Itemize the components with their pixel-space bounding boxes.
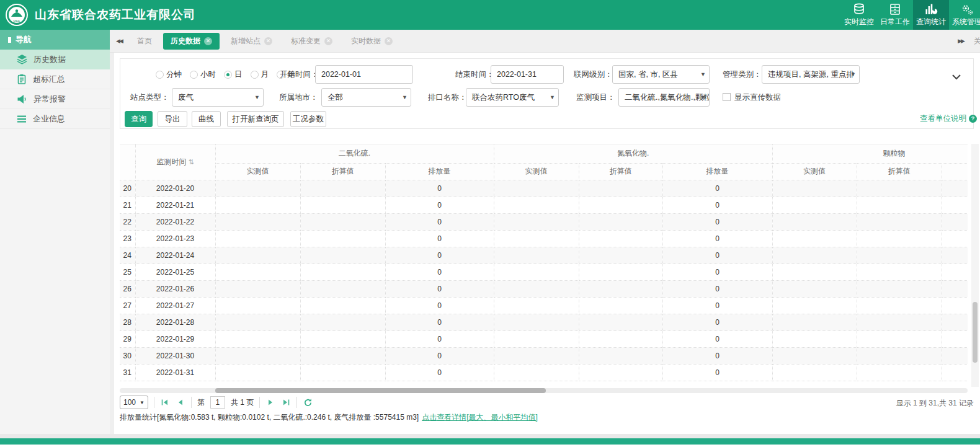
value-cell (494, 247, 579, 263)
value-cell: 0 (385, 180, 494, 197)
station-type-select[interactable]: 废气▼ (172, 88, 264, 107)
monitor-date-cell[interactable]: 2022-01-27 (135, 297, 215, 314)
divider (154, 397, 154, 408)
row-number-cell: 31 (120, 364, 135, 381)
unit-note-link[interactable]: 查看单位说明 ? (920, 113, 977, 124)
close-tabs-menu[interactable]: 关闭 (974, 36, 980, 46)
next-page-button[interactable] (265, 397, 275, 407)
collapse-filter-chevron-icon[interactable] (952, 71, 961, 82)
value-cell (857, 364, 942, 381)
city-select[interactable]: 全部▼ (321, 88, 411, 107)
tabs-scroll-right-icon[interactable]: ▶▶ (958, 38, 964, 44)
manage-category-value: 违规项目, 高架源, 重点排 (768, 70, 854, 79)
curve-button[interactable]: 曲线 (192, 111, 221, 127)
sidebar-item-exceed-summary[interactable]: 超标汇总 (0, 69, 110, 89)
close-icon[interactable]: ✕ (204, 37, 212, 45)
close-icon[interactable]: ✕ (264, 37, 272, 45)
value-cell: 0 (662, 180, 772, 197)
value-cell: 0 (662, 197, 772, 213)
monitor-date-cell[interactable]: 2022-01-22 (135, 213, 215, 230)
tab-standard-change[interactable]: 标准变更✕ (283, 33, 340, 50)
monitor-date-cell[interactable]: 2022-01-26 (135, 280, 215, 297)
nav-query-stats[interactable]: 查询统计 (913, 0, 949, 30)
open-new-query-button[interactable]: 打开新查询页 (227, 111, 284, 127)
monitor-items-select[interactable]: 二氧化硫.,氮氧化物.,颗粒▼ (618, 88, 710, 107)
nav-system-admin[interactable]: 系统管理 (949, 0, 980, 30)
tab-home[interactable]: 首页 (130, 33, 159, 50)
first-page-button[interactable] (160, 397, 170, 407)
sidebar-title: 导航 (16, 34, 32, 45)
tab-new-station[interactable]: 新增站点✕ (223, 33, 280, 50)
value-cell (772, 213, 857, 230)
period-radio-0[interactable]: 分钟 (156, 69, 182, 80)
value-cell: 0 (662, 347, 772, 364)
start-time-input[interactable] (315, 65, 413, 84)
value-cell (942, 330, 968, 347)
value-cell (857, 297, 942, 314)
monitor-date-cell[interactable]: 2022-01-23 (135, 230, 215, 247)
value-cell (772, 180, 857, 197)
value-cell (772, 197, 857, 213)
page-size-select[interactable]: 100 ▼ (120, 396, 148, 409)
period-radio-3[interactable]: 月 (251, 69, 269, 80)
period-radio-1[interactable]: 小时 (190, 69, 216, 80)
refresh-icon[interactable] (303, 397, 313, 407)
monitor-date-cell[interactable]: 2022-01-24 (135, 247, 215, 263)
horizontal-scrollbar-thumb[interactable] (215, 388, 546, 393)
sidebar: 导航 历史数据超标汇总异常报警企业信息 (0, 30, 110, 434)
monitor-date-cell[interactable]: 2022-01-31 (135, 364, 215, 381)
monitor-date-cell[interactable]: 2022-01-21 (135, 197, 215, 213)
sub-column-header: 排放量 (942, 163, 968, 180)
nav-daily-work[interactable]: 日常工作 (877, 0, 913, 30)
query-button[interactable]: 查询 (125, 111, 153, 127)
view-details-link[interactable]: 点击查看详情[最大、最小和平均值] (422, 413, 538, 422)
radio-icon[interactable] (156, 71, 164, 79)
nav-realtime-monitor[interactable]: 实时监控 (841, 0, 877, 30)
radio-icon[interactable] (251, 71, 259, 79)
page-prefix-label: 第 (197, 397, 205, 408)
monitor-date-cell[interactable]: 2022-01-30 (135, 347, 215, 364)
vertical-scrollbar-thumb[interactable] (973, 302, 978, 363)
sidebar-item-history-data-label: 历史数据 (33, 54, 66, 65)
tab-history-data[interactable]: 历史数据✕ (163, 33, 220, 50)
radio-icon[interactable] (224, 71, 232, 79)
table-row: 282022-01-2800 (120, 314, 968, 330)
sort-icon[interactable]: ⇅ (188, 158, 194, 166)
period-radio-2[interactable]: 日 (224, 69, 243, 80)
network-level-select[interactable]: 国家, 省, 市, 区县▼ (612, 65, 710, 84)
manage-category-select[interactable]: 违规项目, 高架源, 重点排▼ (762, 65, 860, 84)
monitor-date-cell[interactable]: 2022-01-29 (135, 330, 215, 347)
monitor-date-cell[interactable]: 2022-01-20 (135, 180, 215, 197)
value-cell (772, 347, 857, 364)
monitor-date-cell[interactable]: 2022-01-25 (135, 263, 215, 280)
monitor-date-cell[interactable]: 2022-01-28 (135, 314, 215, 330)
tab-new-station-label: 新增站点 (231, 36, 261, 46)
close-icon[interactable]: ✕ (385, 37, 393, 45)
end-time-input[interactable] (491, 65, 564, 84)
outlet-name-select[interactable]: 联合农药RTO废气▼ (466, 88, 559, 107)
prev-page-button[interactable] (176, 397, 185, 407)
sidebar-item-company-info[interactable]: 企业信息 (0, 109, 110, 129)
period-radio-label: 月 (261, 69, 269, 80)
last-page-button[interactable] (281, 397, 291, 407)
pagination-bar: 100 ▼ 第 共 1 页 显示 (120, 395, 974, 410)
tab-realtime-data[interactable]: 实时数据✕ (344, 33, 400, 50)
value-cell (300, 347, 385, 364)
outlet-name-label: 排口名称： (428, 88, 467, 107)
sidebar-item-abnormal-alarm[interactable]: 异常报警 (0, 89, 110, 109)
page-number-input[interactable] (210, 396, 225, 409)
condition-params-button[interactable]: 工况参数 (290, 111, 326, 127)
sidebar-items: 历史数据超标汇总异常报警企业信息 (0, 50, 110, 129)
tabs-scroll-left-icon[interactable]: ◀◀ (116, 30, 122, 52)
show-direct-data-checkbox[interactable] (723, 93, 731, 101)
value-cell (494, 314, 579, 330)
export-button[interactable]: 导出 (158, 111, 187, 127)
period-radio-label: 分钟 (166, 69, 182, 80)
radio-icon[interactable] (190, 71, 198, 79)
sidebar-item-history-data[interactable]: 历史数据 (0, 50, 110, 69)
time-column-header[interactable]: 监测时间⇅ (135, 144, 215, 180)
chevron-down-icon: ▼ (402, 89, 408, 106)
sub-column-header: 排放量 (662, 163, 772, 180)
close-icon[interactable]: ✕ (324, 37, 332, 45)
nav-daily-work-label: 日常工作 (880, 17, 910, 27)
